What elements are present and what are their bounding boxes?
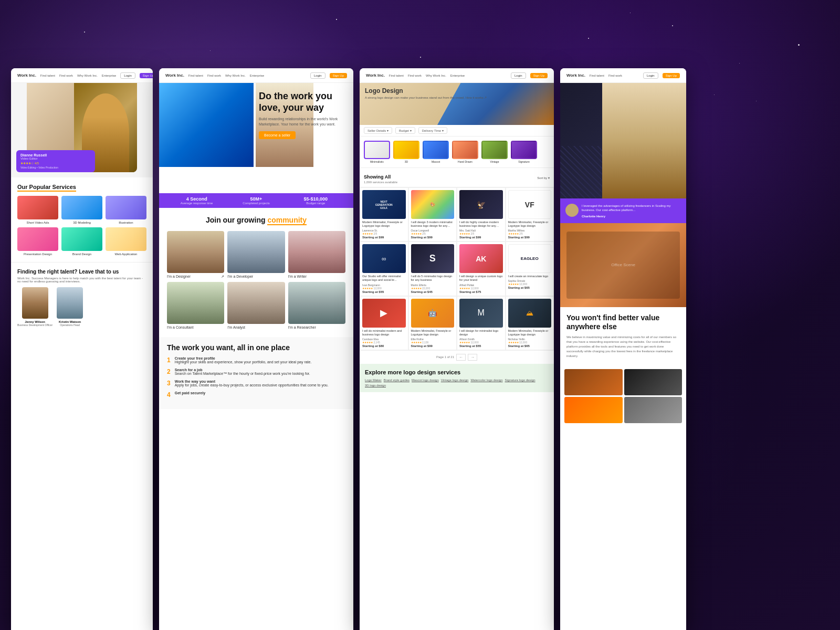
panel3-login-button[interactable]: Login — [511, 72, 526, 79]
explore-link-mascot[interactable]: Mascot logo design — [412, 379, 439, 382]
table-row[interactable]: EAGLEO I will create an immaculate logo … — [506, 242, 554, 296]
panel1-login-button[interactable]: Login — [120, 72, 135, 79]
community-consultant-label: I'm a Consultant — [167, 326, 224, 329]
panel3-signup-button[interactable]: Sign Up — [530, 73, 548, 78]
explore-link-signature[interactable]: Signature logo design — [505, 379, 536, 382]
listing-thumb-2: 🎨 — [411, 190, 455, 219]
listing-thumb-9: ▶ — [362, 299, 406, 328]
table-row[interactable]: AK I will design a unique custom logo fo… — [457, 242, 506, 296]
cat-label-3d: 3D — [405, 160, 408, 163]
panel2-stat-projects: 50M+ Completed projects — [226, 196, 286, 205]
list-item[interactable]: Kristin Watson Operations Head — [57, 287, 83, 327]
panel4-nav-findtalent[interactable]: Find talent — [590, 74, 604, 77]
panel2-nav-findwork[interactable]: Find work — [207, 74, 221, 77]
list-item[interactable]: I'm a Researcher — [288, 282, 345, 329]
listing-rating-6: ★★★★★ 22,000 — [411, 287, 455, 290]
person-role-jenny: Business Development Officer — [17, 323, 52, 327]
list-item[interactable]: I'm a Designer ↗ — [167, 231, 224, 279]
panel3-nav-why[interactable]: Why Work Inc. — [426, 74, 446, 77]
panel3-prev-button[interactable]: ← — [456, 354, 466, 361]
list-item[interactable]: I'm a Developer — [227, 231, 285, 279]
table-row[interactable]: 🎨 I will design 3 modern minimalist busi… — [408, 187, 457, 242]
listing-thumb-6: S — [411, 244, 455, 273]
explore-link-brandstyle[interactable]: Brand style guides — [384, 379, 410, 382]
explore-link-vintage[interactable]: Vintage logo design — [441, 379, 469, 382]
explore-link-3d[interactable]: 3D logo design — [365, 384, 386, 387]
panel4-nav-findwork[interactable]: Find work — [608, 74, 622, 77]
table-row[interactable]: VF Modern Minimalist, Freestyle or Logot… — [506, 187, 554, 242]
list-item[interactable]: 3D Modeling — [61, 196, 102, 224]
listing-thumb-7: AK — [459, 244, 503, 273]
explore-link-watercolor[interactable]: Watercolor logo design — [470, 379, 502, 382]
panel3-nav-findwork[interactable]: Find work — [408, 74, 422, 77]
panel3-nav-enterprise[interactable]: Enterprise — [450, 74, 465, 77]
panel3-filter-delivery[interactable]: Delivery Time ▾ — [418, 127, 447, 134]
panel4-login-button[interactable]: Login — [643, 72, 658, 79]
panel3-categories: Minimalistic 3D Mascot Hand Drawn Vintag… — [360, 136, 554, 167]
table-row[interactable]: 🤖 Modern Minimalist, Freestyle or Logoty… — [408, 296, 457, 350]
panel2-hero: Do the work you love, your way Build rew… — [159, 83, 353, 193]
panel2-nav-findtalent[interactable]: Find talent — [188, 74, 203, 77]
panel2-signup-button[interactable]: Sign Up — [330, 73, 347, 78]
panel2-steps-list: 1 Create your free profile Highlight you… — [167, 356, 345, 398]
panel4-quote-content: I leveraged the advantages of utilizing … — [565, 204, 681, 218]
list-item[interactable]: Vintage — [481, 141, 508, 163]
listing-price-10: Starting at $99 — [411, 344, 455, 348]
panel3-filter-budget[interactable]: Budget ▾ — [395, 127, 415, 134]
panel2-nav-why[interactable]: Why Work Inc. — [225, 74, 246, 77]
panel2-sub: Build rewarding relationships in the wor… — [259, 117, 343, 127]
list-item[interactable]: I'm a Writer — [288, 231, 345, 279]
panel3-next-button[interactable]: → — [468, 354, 477, 361]
listing-thumb-8: EAGLEO — [508, 244, 552, 273]
list-item[interactable]: I'm a Consultant — [167, 282, 224, 329]
table-row[interactable]: ▶ I will do minimalist modern and busine… — [360, 296, 408, 350]
panel1-nav-whywork[interactable]: Why Work Inc. — [77, 74, 98, 77]
panel3-filter-seller[interactable]: Seller Details ▾ — [364, 127, 392, 134]
list-item[interactable]: Signature — [511, 141, 537, 163]
listing-price-8: Starting at $65 — [508, 286, 552, 289]
list-item[interactable]: 3D — [393, 141, 419, 163]
list-item[interactable]: Minimalistic — [364, 141, 390, 163]
panel3-banner: Logo Design A strong logo design can mak… — [360, 83, 554, 125]
person-avatar-jenny — [22, 287, 48, 319]
panel2-stat-budget: $5-$10,000 Budget range — [286, 196, 345, 205]
table-row[interactable]: 🦅 I will do highly creative modern busin… — [457, 187, 506, 242]
panel1-signup-button[interactable]: Sign Up — [140, 73, 153, 78]
list-item[interactable]: I'm Analyst — [227, 282, 285, 329]
listing-rating-9: ★★★★★ 2,145 — [362, 341, 406, 344]
table-row[interactable]: M I will design for minimalist logo desi… — [457, 296, 506, 350]
panel4-quote-text: I leveraged the advantages of utilizing … — [565, 204, 681, 213]
list-item[interactable]: Jenny Wilson Business Development Office… — [17, 287, 52, 327]
panel4-value-title: You won't find better value anywhere els… — [566, 313, 680, 331]
panel4-signup-button[interactable]: Sign Up — [663, 73, 680, 78]
table-row[interactable]: S I will do 5 minimalist logo design for… — [408, 242, 457, 296]
panel3-nav-findtalent[interactable]: Find talent — [389, 74, 404, 77]
panel3-sort-dropdown[interactable]: Sort by ▾ — [537, 176, 550, 180]
panel1-nav-findtalent[interactable]: Find talent — [40, 74, 55, 77]
panel2-cta-button[interactable]: Become a seller — [259, 131, 296, 139]
table-row[interactable]: ⛰ Modern Minimalist, Freestyle or Logoty… — [506, 296, 554, 350]
list-item[interactable]: Brand Design — [61, 227, 102, 256]
list-item[interactable]: Short Video Ads — [17, 196, 58, 224]
panel1-profile-title: Video Editor — [20, 157, 91, 160]
panel1-services-grid: Short Video Ads 3D Modeling Illustration… — [17, 196, 146, 256]
listing-price-1: Starting at $99 — [362, 236, 406, 239]
panel1-nav-enterprise[interactable]: Enterprise — [102, 74, 116, 77]
panel4-logo: Work Inc. — [566, 73, 585, 78]
panel1-nav-findwork[interactable]: Find work — [59, 74, 73, 77]
panel4-pattern-bg — [560, 146, 602, 198]
panel1-profile-card: Dianne Russell Video Editor ★★★★☆ 4/5 Vi… — [16, 150, 95, 172]
list-item[interactable]: Presentation Design — [17, 227, 58, 256]
explore-link-logomaker[interactable]: Logo Maker — [365, 379, 382, 382]
table-row[interactable]: NEXTGENERATIONGOLF. Modern Minimalist, F… — [360, 187, 408, 242]
list-item[interactable]: Hand Drawn — [452, 141, 478, 163]
panel2-stat-response-label: Average response time — [167, 202, 226, 205]
panel2-nav-enterprise[interactable]: Enterprise — [250, 74, 264, 77]
panel2-login-button[interactable]: Login — [310, 72, 326, 79]
listing-price-4: Starting at $99 — [508, 236, 552, 239]
table-row[interactable]: ∞ Our Studio will offer minimalist uniqu… — [360, 242, 408, 296]
list-item[interactable]: Web Application — [106, 227, 146, 256]
list-item[interactable]: Illustration — [106, 196, 146, 224]
listing-title-10: Modern Minimalist, Freestyle or Logotype… — [411, 329, 455, 337]
list-item[interactable]: Mascot — [423, 141, 449, 163]
